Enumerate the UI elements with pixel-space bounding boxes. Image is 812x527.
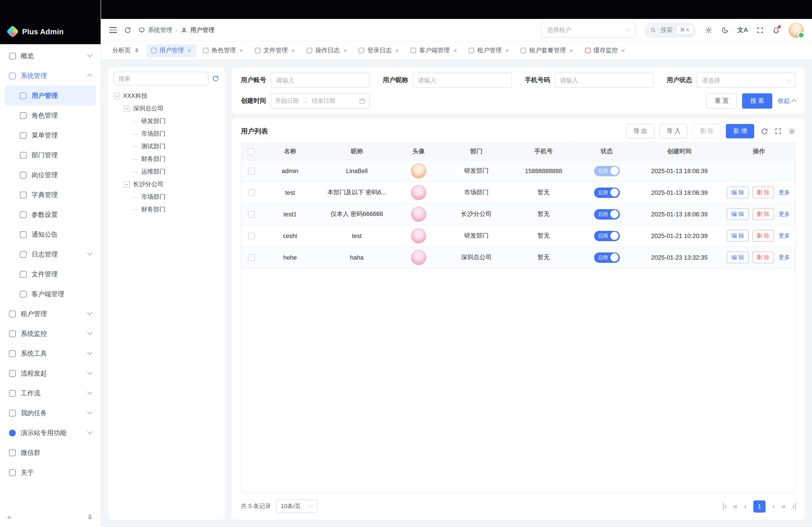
tab-close-icon[interactable]: × (395, 47, 399, 54)
row-checkbox[interactable] (248, 232, 255, 239)
sidebar-item[interactable]: 系统监控 (4, 324, 96, 344)
tree-expand-icon[interactable] (114, 93, 120, 99)
last-page-icon[interactable]: › (792, 503, 796, 510)
sidebar-item[interactable]: 客户端管理 (4, 284, 96, 304)
tab-close-icon[interactable]: × (453, 47, 457, 54)
sidebar-item[interactable]: 部门管理 (4, 145, 96, 165)
sidebar-item[interactable]: 系统工具 (4, 344, 96, 363)
page-tab[interactable]: 登录日志 × (354, 44, 404, 57)
status-select[interactable] (697, 73, 796, 88)
status-toggle[interactable]: 启用 (594, 187, 620, 198)
row-checkbox[interactable] (248, 168, 255, 175)
tree-refresh-icon[interactable] (212, 75, 219, 82)
page-tab[interactable]: 客户端管理 × (406, 44, 462, 57)
export-button[interactable]: 导 出 (626, 124, 655, 138)
tree-node[interactable]: 研发部门 (114, 115, 219, 127)
nickname-input[interactable] (412, 73, 512, 88)
edit-button[interactable]: 编 辑 (727, 252, 749, 263)
table-refresh-icon[interactable] (760, 127, 768, 135)
sidebar-item[interactable]: 租户管理 (4, 304, 96, 324)
language-icon[interactable]: 文A (738, 26, 748, 34)
tab-close-icon[interactable]: × (187, 47, 191, 54)
page-tab[interactable]: 角色管理 × (198, 44, 248, 57)
table-settings-gear-icon[interactable] (788, 127, 796, 135)
delete-row-button[interactable]: 删 除 (752, 187, 774, 198)
import-button[interactable]: 导 入 (659, 124, 688, 138)
status-toggle[interactable]: 启用 (594, 252, 620, 262)
sidebar-item[interactable]: 演示站专用功能 (4, 423, 96, 443)
account-input[interactable] (271, 73, 370, 88)
dark-mode-moon-icon[interactable] (721, 26, 729, 34)
more-button[interactable]: 更多 (778, 230, 791, 242)
collapse-filters-link[interactable]: 收起 (778, 97, 796, 105)
next-group-icon[interactable]: » (782, 503, 786, 510)
sidebar-item[interactable]: 角色管理 (4, 105, 96, 125)
status-toggle[interactable]: 启用 (594, 166, 620, 176)
sidebar-item[interactable]: 工作流 (4, 383, 96, 403)
sidebar-item[interactable]: 文件管理 (4, 264, 96, 284)
tree-search-input[interactable] (114, 72, 208, 85)
sidebar-item[interactable]: 我的任务 (4, 403, 96, 423)
edit-button[interactable]: 编 辑 (727, 230, 749, 242)
tree-node[interactable]: 市场部门 (114, 191, 219, 203)
tree-node[interactable]: XXX科技 (114, 90, 219, 102)
next-page-icon[interactable]: › (772, 503, 775, 510)
tree-expand-icon[interactable] (124, 181, 130, 187)
fullscreen-icon[interactable] (756, 26, 764, 34)
menu-toggle-icon[interactable] (109, 27, 117, 33)
delete-row-button[interactable]: 删 除 (752, 252, 774, 263)
more-button[interactable]: 更多 (778, 252, 791, 263)
more-button[interactable]: 更多 (778, 187, 791, 198)
row-checkbox[interactable] (248, 254, 255, 261)
settings-gear-icon[interactable] (705, 26, 713, 34)
tab-close-icon[interactable]: × (343, 47, 347, 54)
page-size-select[interactable]: 10条/页 (276, 499, 318, 513)
tree-expand-icon[interactable] (124, 105, 130, 112)
delete-row-button[interactable]: 删 除 (752, 208, 774, 220)
tree-node[interactable]: 测试部门 (114, 140, 219, 153)
sidebar-item[interactable]: 用户管理 (4, 86, 96, 105)
page-tab[interactable]: 用户管理 × (146, 44, 196, 57)
row-checkbox[interactable] (248, 189, 255, 196)
tab-close-icon[interactable]: × (291, 47, 295, 54)
sidebar-item[interactable]: 菜单管理 (4, 125, 96, 145)
add-button[interactable]: 新 增 (726, 124, 754, 138)
tab-close-icon[interactable]: × (505, 47, 509, 54)
tab-close-icon[interactable]: × (239, 47, 243, 54)
status-toggle[interactable]: 启用 (594, 209, 620, 219)
sidebar-collapse-icon[interactable]: « (7, 513, 11, 521)
page-tab[interactable]: 租户套餐管理 × (516, 44, 578, 57)
table-fullscreen-icon[interactable] (774, 127, 782, 135)
page-tab[interactable]: 文件管理 × (250, 44, 300, 57)
tree-node[interactable]: 深圳总公司 (114, 102, 219, 115)
tree-node[interactable]: 市场部门 (114, 127, 219, 140)
tree-node[interactable]: 长沙分公司 (114, 178, 219, 191)
more-button[interactable]: 更多 (778, 208, 791, 220)
tree-node[interactable]: 运维部门 (114, 165, 219, 178)
status-toggle[interactable]: 启用 (594, 230, 620, 241)
tab-close-icon[interactable]: × (569, 47, 573, 54)
tree-node[interactable]: 财务部门 (114, 153, 219, 165)
delete-button[interactable]: 删 除 (693, 124, 721, 138)
first-page-icon[interactable]: ‹ (723, 503, 727, 510)
sidebar-item[interactable]: 通知公告 (4, 225, 96, 244)
global-search[interactable]: 搜索 ⌘ K (644, 22, 696, 37)
prev-group-icon[interactable]: « (733, 503, 737, 510)
date-range-picker[interactable]: 开始日期 → 结束日期 (271, 93, 370, 109)
sidebar-pin-icon[interactable] (87, 514, 93, 521)
sidebar-item[interactable]: 字典管理 (4, 185, 96, 205)
edit-button[interactable]: 编 辑 (727, 208, 749, 220)
page-tab[interactable]: 分析页 (107, 44, 144, 57)
delete-row-button[interactable]: 删 除 (752, 230, 774, 242)
select-all-checkbox[interactable] (248, 148, 255, 155)
current-page[interactable]: 1 (753, 500, 766, 512)
tenant-select[interactable]: 选择租户 (541, 22, 636, 37)
sidebar-item[interactable]: 概览 (4, 46, 96, 66)
prev-page-icon[interactable]: ‹ (744, 503, 746, 510)
page-tab[interactable]: 租户管理 × (464, 44, 514, 57)
pin-icon[interactable] (134, 48, 139, 53)
refresh-icon[interactable] (124, 26, 131, 34)
sidebar-item[interactable]: 微信群 (4, 443, 96, 463)
status-select-input[interactable] (697, 73, 796, 88)
tree-node[interactable]: 财务部门 (114, 203, 219, 216)
